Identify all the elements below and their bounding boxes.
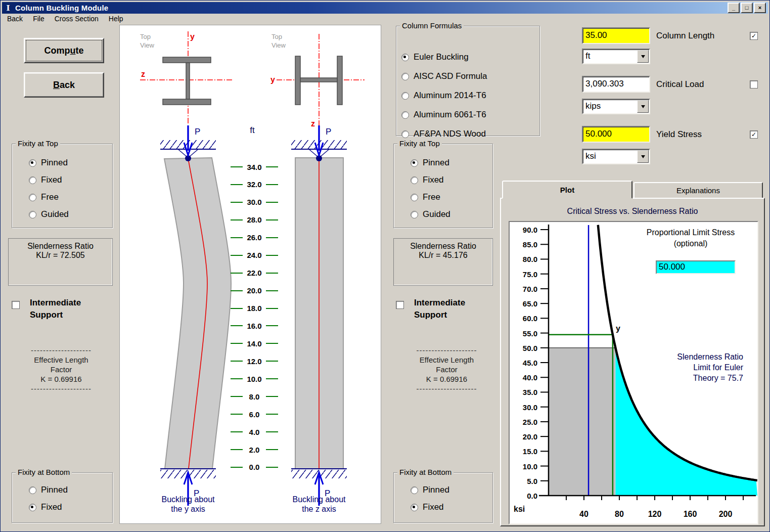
ksi-axis-label: ksi bbox=[514, 505, 525, 513]
radio-option-pinned[interactable]: Pinned bbox=[394, 154, 492, 171]
radio-button-icon[interactable] bbox=[29, 486, 36, 494]
radio-button-icon[interactable] bbox=[401, 73, 409, 80]
y-tick-label: 85.0 bbox=[523, 240, 537, 249]
radio-label: Pinned bbox=[423, 485, 449, 495]
radio-option-aisc-asd-formula[interactable]: AISC ASD Formula bbox=[396, 67, 539, 86]
ruler-tick: 14.0 bbox=[231, 339, 278, 348]
ruler-tick: 26.0 bbox=[231, 233, 278, 242]
radio-button-icon[interactable] bbox=[401, 130, 409, 138]
slenderness-value: KL/r = 45.176 bbox=[394, 251, 492, 260]
proportional-limit-input[interactable]: 50.000 bbox=[656, 260, 736, 274]
radio-option-fixed[interactable]: Fixed bbox=[394, 171, 492, 189]
radio-label: Pinned bbox=[423, 158, 449, 168]
dashed-rule: -------------------- bbox=[21, 345, 102, 355]
column-length-checkbox[interactable] bbox=[750, 32, 758, 40]
slenderness-box-left: Slenderness Ratio KL/r = 72.505 bbox=[8, 238, 113, 286]
slenderness-box-right: Slenderness Ratio KL/r = 45.176 bbox=[393, 238, 493, 286]
load-label-top-right: P bbox=[326, 127, 331, 137]
ibeam-top-view-left bbox=[163, 57, 211, 105]
elf-line: Factor bbox=[405, 365, 488, 374]
column-length-input[interactable]: 35.00 bbox=[582, 27, 650, 44]
radio-option-aluminum-6061-t6[interactable]: Aluminum 6061-T6 bbox=[396, 105, 539, 124]
fixity-bottom-group-left: Fixity at Bottom PinnedFixed bbox=[12, 472, 113, 523]
note-line: Slenderness Ratio bbox=[646, 351, 743, 362]
radio-button-icon[interactable] bbox=[29, 176, 36, 184]
tab-explanations[interactable]: Explanations bbox=[633, 182, 763, 199]
ruler-tick: 28.0 bbox=[231, 215, 278, 225]
selected-unit: ft bbox=[585, 51, 590, 61]
menu-item-back[interactable]: Back bbox=[2, 14, 28, 24]
menu-item-cross-section[interactable]: Cross Section bbox=[50, 14, 104, 24]
intermediate-support-label-right: Intermediate Support bbox=[414, 297, 465, 321]
slenderness-title: Slenderness Ratio bbox=[394, 242, 492, 251]
critical-load-unit-select[interactable]: kips bbox=[582, 99, 650, 114]
maximize-button[interactable]: □ bbox=[741, 3, 753, 13]
radio-button-icon[interactable] bbox=[401, 92, 409, 100]
caption-buckling-y: Buckling about the y axis bbox=[153, 495, 223, 514]
menu-item-file[interactable]: File bbox=[28, 14, 50, 24]
close-button[interactable]: × bbox=[754, 3, 766, 13]
radio-button-icon[interactable] bbox=[29, 194, 36, 201]
y-tick-label: 0.0 bbox=[527, 492, 537, 500]
radio-option-aluminum-2014-t6[interactable]: Aluminum 2014-T6 bbox=[396, 86, 539, 105]
radio-button-icon[interactable] bbox=[29, 159, 36, 167]
compute-button[interactable]: Compute bbox=[24, 38, 104, 63]
dropdown-button[interactable] bbox=[637, 150, 649, 163]
radio-label: Free bbox=[423, 192, 440, 202]
radio-label: AF&PA NDS Wood bbox=[414, 129, 486, 139]
radio-option-pinned[interactable]: Pinned bbox=[12, 481, 112, 499]
radio-option-pinned[interactable]: Pinned bbox=[394, 481, 492, 499]
radio-button-icon[interactable] bbox=[29, 211, 36, 218]
y-tick-label: 75.0 bbox=[523, 270, 537, 279]
radio-button-icon[interactable] bbox=[411, 194, 418, 201]
radio-button-icon[interactable] bbox=[411, 211, 418, 218]
menu-item-help[interactable]: Help bbox=[104, 14, 128, 24]
title-bar[interactable]: I Column Buckling Module _ □ × bbox=[2, 2, 768, 14]
radio-button-icon[interactable] bbox=[411, 176, 418, 184]
radio-button-icon[interactable] bbox=[401, 54, 409, 61]
axis-label-y-left: y bbox=[190, 32, 195, 41]
radio-option-fixed[interactable]: Fixed bbox=[394, 499, 492, 516]
radio-button-icon[interactable] bbox=[411, 504, 418, 511]
radio-option-fixed[interactable]: Fixed bbox=[12, 171, 112, 189]
yield-stress-checkbox[interactable] bbox=[750, 130, 758, 139]
label-line: Support bbox=[30, 309, 81, 321]
ruler-tick: 12.0 bbox=[231, 357, 278, 366]
dropdown-button[interactable] bbox=[637, 100, 649, 113]
effective-length-factor-left: -------------------- Effective Length Fa… bbox=[21, 345, 102, 393]
radio-label: Guided bbox=[41, 209, 69, 219]
tab-plot[interactable]: Plot bbox=[502, 181, 632, 199]
yield-stress-unit-select[interactable]: ksi bbox=[582, 149, 650, 164]
yield-stress-label: Yield Stress bbox=[656, 129, 702, 140]
top-view-line: View bbox=[140, 41, 154, 50]
y-tick-label: 50.0 bbox=[523, 344, 537, 352]
column-formulas-group: Column Formulas Euler BucklingAISC ASD F… bbox=[396, 26, 540, 136]
y-tick-label: 90.0 bbox=[523, 226, 537, 234]
radio-option-fixed[interactable]: Fixed bbox=[12, 499, 112, 516]
radio-button-icon[interactable] bbox=[411, 159, 418, 167]
yield-stress-input[interactable]: 50.000 bbox=[582, 126, 650, 143]
radio-button-icon[interactable] bbox=[401, 111, 409, 119]
critical-load-checkbox[interactable] bbox=[750, 80, 758, 88]
column-length-unit-select[interactable]: ft bbox=[582, 49, 650, 64]
radio-option-free[interactable]: Free bbox=[394, 189, 492, 206]
radio-button-icon[interactable] bbox=[411, 486, 418, 494]
intermediate-support-checkbox-left[interactable] bbox=[12, 301, 20, 309]
critical-load-input[interactable]: 3,090.303 bbox=[582, 76, 650, 93]
minimize-button[interactable]: _ bbox=[728, 3, 740, 13]
euler-limit-note: Slenderness Ratio Limit for Euler Theory… bbox=[646, 351, 743, 383]
ruler-tick: 0.0 bbox=[231, 463, 278, 472]
fixity-bottom-options-right: PinnedFixed bbox=[394, 481, 492, 516]
intermediate-support-checkbox-right[interactable] bbox=[396, 301, 404, 309]
radio-option-pinned[interactable]: Pinned bbox=[12, 154, 112, 171]
radio-button-icon[interactable] bbox=[29, 504, 36, 511]
radio-label: Fixed bbox=[423, 175, 444, 185]
elf-value: K = 0.69916 bbox=[405, 374, 488, 384]
radio-option-free[interactable]: Free bbox=[12, 189, 112, 206]
radio-option-guided[interactable]: Guided bbox=[12, 206, 112, 223]
back-button[interactable]: Back bbox=[24, 72, 104, 98]
plot-tab-page: Critical Stress vs. Slenderness Ratio 0.… bbox=[500, 198, 765, 526]
radio-option-euler-buckling[interactable]: Euler Buckling bbox=[396, 48, 539, 67]
dropdown-button[interactable] bbox=[637, 50, 649, 63]
radio-option-guided[interactable]: Guided bbox=[394, 206, 492, 223]
